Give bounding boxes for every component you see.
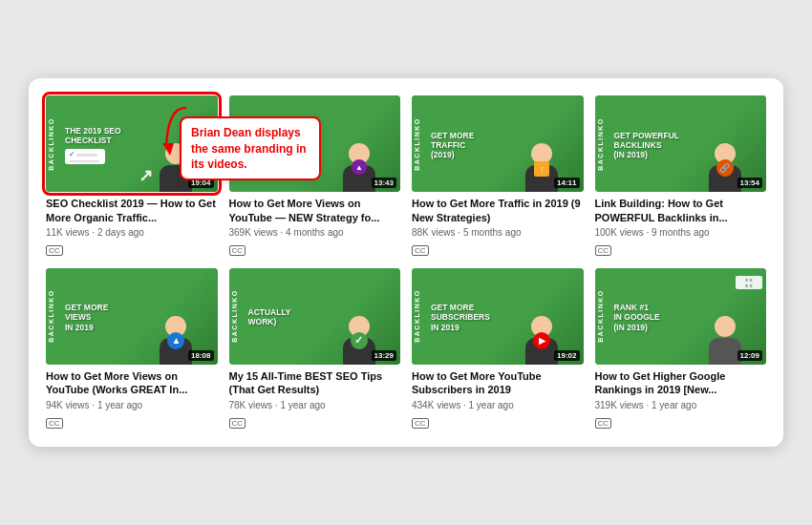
- duration-2: 13:43: [372, 178, 396, 188]
- cc-badge-7: CC: [412, 418, 429, 429]
- backlinko-label-4: BACKLINKO: [597, 117, 604, 171]
- thumb-title-8: RANK #1IN GOOGLE(IN 2019): [603, 303, 680, 332]
- video-title-6: My 15 All-Time BEST SEO Tips (That Get R…: [229, 369, 401, 397]
- duration-8: 12:09: [737, 350, 762, 361]
- video-info-2: How to Get More Views on YouTube — NEW S…: [229, 197, 401, 257]
- thumb-title-4: GET POWERFULBACKLINKS(IN 2019): [603, 131, 680, 160]
- svg-marker-0: [162, 143, 174, 156]
- duration-4: 13:54: [737, 178, 762, 188]
- callout-box: Brian Dean displays the same branding in…: [180, 116, 321, 180]
- video-info-8: How to Get Higher Google Rankings in 201…: [595, 369, 767, 430]
- thumbnail-3[interactable]: BACKLINKO GET MORETRAFFIC(2019) ↑ 14:11: [412, 95, 584, 192]
- video-info-6: My 15 All-Time BEST SEO Tips (That Get R…: [229, 369, 401, 430]
- video-meta-4: 100K views · 9 months ago: [595, 226, 767, 240]
- video-info-5: How to Get More Views on YouTube (Works …: [46, 369, 218, 430]
- video-item-8[interactable]: BACKLINKO RANK #1IN GOOGLE(IN 2019) ≡ ≡ …: [595, 268, 767, 430]
- cc-badge-8: CC: [595, 418, 612, 429]
- video-item-3[interactable]: BACKLINKO GET MORETRAFFIC(2019) ↑ 14:11: [412, 95, 584, 257]
- video-title-8: How to Get Higher Google Rankings in 201…: [595, 369, 767, 397]
- video-title-5: How to Get More Views on YouTube (Works …: [46, 369, 218, 397]
- thumb-title-7: GET MORESUBSCRIBERSIN 2019: [419, 303, 497, 332]
- browser-card: Brian Dean displays the same branding in…: [29, 78, 783, 446]
- video-title-7: How to Get More YouTube Subscribers in 2…: [412, 369, 584, 397]
- thumbnail-7[interactable]: BACKLINKO GET MORESUBSCRIBERSIN 2019 ▶ 1…: [412, 268, 584, 365]
- backlinko-label-6: BACKLINKO: [231, 290, 238, 344]
- backlinko-label-8: BACKLINKO: [597, 290, 604, 344]
- thumb-title-6: ACTUALLYWORK): [237, 307, 314, 326]
- backlinko-label-1: BACKLINKO: [48, 117, 54, 171]
- video-info-4: Link Building: How to Get POWERFUL Backl…: [595, 197, 767, 257]
- cc-badge-3: CC: [412, 245, 429, 256]
- video-item-4[interactable]: BACKLINKO GET POWERFULBACKLINKS(IN 2019)…: [595, 95, 767, 257]
- thumb-title-5: GET MOREVIEWSIN 2019: [53, 303, 131, 332]
- callout-text: Brian Dean displays the same branding in…: [191, 126, 307, 170]
- video-title-2: How to Get More Views on YouTube — NEW S…: [229, 197, 401, 224]
- video-title-1: SEO Checklist 2019 — How to Get More Org…: [46, 197, 218, 224]
- video-item-6[interactable]: BACKLINKO ACTUALLYWORK) ✓ 13:29: [229, 268, 401, 430]
- cc-badge-6: CC: [229, 418, 246, 429]
- thumbnail-8[interactable]: BACKLINKO RANK #1IN GOOGLE(IN 2019) ≡ ≡ …: [595, 268, 767, 365]
- thumbnail-4[interactable]: BACKLINKO GET POWERFULBACKLINKS(IN 2019)…: [595, 95, 767, 192]
- callout-arrow-icon: [159, 103, 187, 160]
- duration-6: 13:29: [372, 350, 396, 361]
- backlinko-label-3: BACKLINKO: [414, 117, 420, 171]
- video-item-5[interactable]: BACKLINKO GET MOREVIEWSIN 2019 ▲ 18:08: [46, 268, 218, 430]
- cc-badge-2: CC: [229, 245, 246, 256]
- cc-badge-4: CC: [595, 245, 612, 256]
- video-meta-2: 369K views · 4 months ago: [229, 226, 401, 240]
- video-grid: BACKLINKO THE 2019 SEOCHECKLIST ✓: [46, 95, 766, 429]
- backlinko-label-5: BACKLINKO: [48, 290, 54, 344]
- thumbnail-6[interactable]: BACKLINKO ACTUALLYWORK) ✓ 13:29: [229, 268, 401, 365]
- thumbnail-5[interactable]: BACKLINKO GET MOREVIEWSIN 2019 ▲ 18:08: [46, 268, 218, 365]
- duration-3: 14:11: [554, 178, 579, 188]
- video-meta-5: 94K views · 1 year ago: [46, 399, 218, 412]
- backlinko-label-7: BACKLINKO: [414, 290, 420, 344]
- thumb-title-1: THE 2019 SEOCHECKLIST: [53, 126, 131, 145]
- duration-7: 19:02: [554, 350, 579, 361]
- video-meta-8: 319K views · 1 year ago: [595, 399, 767, 412]
- thumb-title-3: GET MORETRAFFIC(2019): [419, 131, 497, 160]
- duration-5: 18:08: [188, 350, 213, 361]
- video-meta-3: 88K views · 5 months ago: [412, 226, 584, 240]
- video-meta-6: 78K views · 1 year ago: [229, 399, 401, 412]
- video-meta-7: 434K views · 1 year ago: [412, 399, 584, 412]
- video-meta-1: 11K views · 2 days ago: [46, 226, 218, 240]
- cc-badge-5: CC: [46, 418, 63, 429]
- video-info-3: How to Get More Traffic in 2019 (9 New S…: [412, 197, 584, 257]
- video-title-4: Link Building: How to Get POWERFUL Backl…: [595, 197, 767, 224]
- video-item-7[interactable]: BACKLINKO GET MORESUBSCRIBERSIN 2019 ▶ 1…: [412, 268, 584, 430]
- video-grid-container: Brian Dean displays the same branding in…: [46, 95, 766, 429]
- video-info-1: SEO Checklist 2019 — How to Get More Org…: [46, 197, 218, 257]
- cc-badge-1: CC: [46, 245, 63, 256]
- video-title-3: How to Get More Traffic in 2019 (9 New S…: [412, 197, 584, 224]
- video-info-7: How to Get More YouTube Subscribers in 2…: [412, 369, 584, 430]
